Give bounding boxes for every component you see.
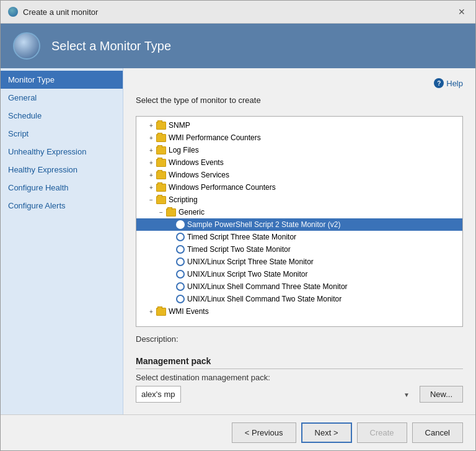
title-bar: Create a unit monitor ✕ [1, 1, 475, 24]
tree-item-sample-powershell[interactable]: Sample PowerShell Script 2 State Monitor… [136, 218, 462, 231]
tree-label-win-perf: Windows Performance Counters [169, 183, 276, 192]
folder-icon-win-events [156, 159, 166, 167]
sidebar: Monitor Type General Schedule Script Unh… [1, 68, 123, 414]
tree-label-sample-powershell: Sample PowerShell Script 2 State Monitor… [187, 220, 340, 229]
tree-label-win-services: Windows Services [169, 171, 229, 179]
title-bar-left: Create a unit monitor [8, 7, 98, 17]
sidebar-item-general[interactable]: General [1, 89, 123, 107]
tree-item-win-services[interactable]: + Windows Services [136, 169, 462, 181]
sidebar-item-configure-alerts[interactable]: Configure Alerts [1, 197, 123, 215]
tree-item-generic[interactable]: − Generic [136, 206, 462, 218]
monitor-type-tree[interactable]: + SNMP + WMI Performance Counters + Log … [136, 116, 463, 327]
tree-label-snmp: SNMP [169, 121, 190, 130]
monitor-icon-unix-three [176, 257, 185, 266]
expand-win-perf[interactable]: + [146, 182, 156, 192]
sidebar-item-unhealthy-expression[interactable]: Unhealthy Expression [1, 143, 123, 161]
expand-generic[interactable]: − [156, 207, 166, 217]
help-label[interactable]: Help [446, 79, 463, 88]
tree-label-unix-three: UNIX/Linux Script Three State Monitor [187, 257, 314, 266]
tree-label-scripting: Scripting [169, 195, 198, 204]
sidebar-item-configure-health[interactable]: Configure Health [1, 179, 123, 197]
help-row: ? Help [136, 78, 463, 88]
sidebar-item-healthy-expression[interactable]: Healthy Expression [1, 161, 123, 179]
content-area: Monitor Type General Schedule Script Unh… [1, 68, 475, 414]
expand-win-services[interactable]: + [146, 170, 156, 180]
main-content: ? Help Select the type of monitor to cre… [123, 68, 475, 414]
header-bar: Select a Monitor Type [1, 24, 475, 68]
close-button[interactable]: ✕ [456, 6, 468, 18]
next-button[interactable]: Next > [301, 422, 352, 443]
previous-button[interactable]: < Previous [232, 422, 296, 443]
tree-item-wmi-events[interactable]: + WMI Events [136, 305, 462, 318]
cancel-button[interactable]: Cancel [412, 422, 463, 443]
folder-icon-log-files [156, 146, 166, 154]
tree-item-timed-two[interactable]: Timed Script Two State Monitor [136, 243, 462, 256]
tree-item-unix-shell-two[interactable]: UNIX/Linux Shell Command Two State Monit… [136, 293, 462, 305]
tree-item-wmi-perf[interactable]: + WMI Performance Counters [136, 132, 462, 144]
folder-icon-win-perf [156, 184, 166, 192]
help-icon: ? [434, 78, 444, 88]
tree-item-log-files[interactable]: + Log Files [136, 144, 462, 156]
folder-icon-wmi-events [156, 308, 166, 316]
monitor-icon-timed-three [176, 233, 185, 241]
mgmt-select-wrapper: alex's mp [136, 386, 415, 403]
tree-item-timed-three[interactable]: Timed Script Three State Monitor [136, 231, 462, 243]
monitor-icon-unix-shell-three [176, 282, 185, 291]
monitor-icon-timed-two [176, 245, 185, 254]
footer: < Previous Next > Create Cancel [1, 414, 475, 450]
new-button[interactable]: New... [420, 386, 463, 403]
create-button[interactable]: Create [357, 422, 407, 443]
description-label: Description: [136, 334, 463, 344]
tree-label-win-events: Windows Events [169, 158, 224, 167]
folder-icon-snmp [156, 122, 166, 130]
folder-icon-generic [166, 208, 176, 217]
management-pack-section: Management pack Select destination manag… [136, 356, 463, 403]
header-icon [13, 32, 40, 60]
tree-label-timed-two: Timed Script Two State Monitor [187, 245, 291, 254]
expand-wmi-events[interactable]: + [146, 306, 156, 316]
select-prompt: Select the type of monitor to create [136, 96, 463, 105]
tree-item-win-events[interactable]: + Windows Events [136, 156, 462, 169]
monitor-icon-unix-shell-two [176, 295, 185, 303]
expand-win-events[interactable]: + [146, 158, 156, 167]
expand-scripting[interactable]: − [146, 195, 156, 205]
header-title: Select a Monitor Type [51, 39, 171, 53]
tree-label-unix-shell-two: UNIX/Linux Shell Command Two State Monit… [187, 295, 342, 303]
tree-label-generic: Generic [178, 208, 205, 217]
tree-item-win-perf[interactable]: + Windows Performance Counters [136, 181, 462, 194]
tree-item-unix-two[interactable]: UNIX/Linux Script Two State Monitor [136, 268, 462, 280]
tree-label-timed-three: Timed Script Three State Monitor [187, 233, 296, 241]
tree-label-unix-shell-three: UNIX/Linux Shell Command Three State Mon… [187, 282, 348, 291]
monitor-icon-sample-powershell [176, 220, 185, 229]
folder-icon-win-services [156, 171, 166, 179]
expand-wmi-perf[interactable]: + [146, 133, 156, 143]
tree-item-unix-shell-three[interactable]: UNIX/Linux Shell Command Three State Mon… [136, 280, 462, 293]
window-icon [8, 7, 18, 17]
window-title: Create a unit monitor [23, 7, 98, 17]
tree-item-scripting[interactable]: − Scripting [136, 194, 462, 206]
folder-icon-scripting [156, 196, 166, 204]
sidebar-item-monitor-type[interactable]: Monitor Type [1, 71, 123, 89]
tree-item-unix-three[interactable]: UNIX/Linux Script Three State Monitor [136, 256, 462, 268]
main-window: Create a unit monitor ✕ Select a Monitor… [0, 0, 476, 451]
mgmt-row: alex's mp New... [136, 386, 463, 403]
tree-label-wmi-perf: WMI Performance Counters [169, 133, 261, 142]
tree-label-wmi-events: WMI Events [169, 307, 209, 316]
expand-log-files[interactable]: + [146, 145, 156, 155]
tree-label-log-files: Log Files [169, 146, 199, 154]
folder-icon-wmi-perf [156, 134, 166, 142]
monitor-icon-unix-two [176, 270, 185, 279]
mgmt-select[interactable]: alex's mp [136, 386, 181, 403]
sidebar-item-schedule[interactable]: Schedule [1, 107, 123, 125]
tree-item-snmp[interactable]: + SNMP [136, 119, 462, 132]
expand-snmp[interactable]: + [146, 120, 156, 130]
mgmt-select-label: Select destination management pack: [136, 373, 463, 382]
sidebar-item-script[interactable]: Script [1, 125, 123, 143]
tree-label-unix-two: UNIX/Linux Script Two State Monitor [187, 270, 308, 279]
mgmt-title: Management pack [136, 356, 463, 369]
